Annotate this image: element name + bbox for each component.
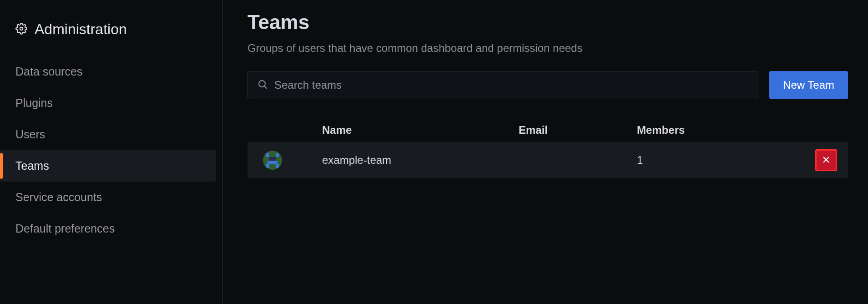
sidebar-header: Administration	[0, 13, 222, 56]
svg-rect-7	[267, 161, 278, 164]
svg-point-0	[20, 27, 23, 30]
teams-table: Name Email Members	[247, 118, 848, 178]
gear-icon	[15, 23, 27, 36]
svg-rect-8	[266, 164, 269, 168]
toolbar: New Team	[247, 71, 848, 99]
search-input[interactable]	[274, 79, 749, 91]
svg-rect-5	[276, 153, 279, 157]
delete-team-button[interactable]	[815, 149, 837, 171]
close-icon	[822, 154, 830, 167]
sidebar-item-plugins[interactable]: Plugins	[0, 87, 216, 119]
sidebar-item-label: Data sources	[15, 65, 82, 78]
svg-rect-4	[266, 153, 269, 157]
svg-line-2	[265, 86, 267, 88]
team-avatar	[263, 151, 282, 170]
sidebar-nav: Data sources Plugins Users Teams Service…	[0, 56, 222, 244]
sidebar-item-default-preferences[interactable]: Default preferences	[0, 213, 216, 244]
sidebar-title: Administration	[35, 21, 127, 38]
sidebar-item-users[interactable]: Users	[0, 119, 216, 150]
table-header: Name Email Members	[247, 118, 848, 142]
col-email-header: Email	[519, 124, 637, 137]
new-team-button[interactable]: New Team	[769, 71, 848, 99]
svg-point-1	[259, 81, 265, 87]
sidebar: Administration Data sources Plugins User…	[0, 0, 223, 304]
sidebar-item-teams[interactable]: Teams	[0, 150, 216, 182]
search-container[interactable]	[247, 71, 758, 99]
team-actions-cell	[792, 149, 837, 171]
sidebar-item-label: Teams	[15, 159, 49, 172]
col-name-header: Name	[322, 124, 519, 137]
team-name-cell: example-team	[322, 154, 519, 167]
sidebar-item-label: Default preferences	[15, 222, 115, 235]
page-title: Teams	[247, 11, 848, 34]
sidebar-item-label: Plugins	[15, 96, 53, 109]
page-subtitle: Groups of users that have common dashboa…	[247, 42, 848, 55]
sidebar-item-data-sources[interactable]: Data sources	[0, 56, 216, 87]
svg-rect-10	[271, 164, 274, 168]
svg-rect-6	[269, 157, 276, 161]
sidebar-item-service-accounts[interactable]: Service accounts	[0, 182, 216, 213]
team-avatar-cell	[258, 151, 322, 170]
svg-rect-9	[276, 164, 279, 168]
main-content: Teams Groups of users that have common d…	[223, 0, 868, 304]
col-members-header: Members	[637, 124, 792, 137]
table-row[interactable]: example-team 1	[247, 142, 848, 178]
search-icon	[257, 79, 268, 91]
sidebar-item-label: Service accounts	[15, 191, 102, 203]
team-members-cell: 1	[637, 154, 792, 167]
sidebar-item-label: Users	[15, 128, 45, 141]
